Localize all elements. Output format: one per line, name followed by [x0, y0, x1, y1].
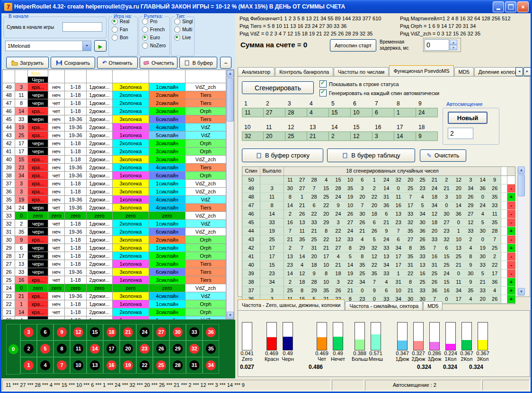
spins-row[interactable]: 39231412981819253533122162524030517-: [242, 270, 515, 278]
board-cell[interactable]: 16: [103, 357, 120, 374]
spins-row[interactable]: 4614226222024263018613333412303627411-: [242, 210, 515, 218]
generated-number-cell[interactable]: 6: [372, 108, 394, 117]
board-cell[interactable]: 26: [153, 341, 169, 357]
table-row[interactable]: 493кра...неч1-181дюжи...3колонка1сиклайн…: [3, 83, 226, 91]
generated-number-cell[interactable]: 12: [351, 131, 372, 141]
table-row[interactable]: 4325кра...неч19-363дюжи...1колонка5сикла…: [3, 131, 226, 140]
board-cell[interactable]: 30: [169, 324, 186, 341]
generate-button[interactable]: Сгенерировать: [242, 81, 314, 94]
new-offset-button[interactable]: Новый: [448, 112, 488, 124]
scroll-down-icon[interactable]: ▼: [518, 288, 525, 296]
board-cell[interactable]: 35: [203, 341, 219, 357]
board-cell[interactable]: 20: [120, 341, 136, 357]
board-cell[interactable]: 25: [153, 357, 169, 374]
spins-row[interactable]: 453316133329327266212332301827012535-: [242, 218, 515, 227]
spins-row[interactable]: 3732582935262109610213336163435334+: [242, 287, 515, 295]
minimize-button[interactable]: [493, 1, 504, 12]
title-bar[interactable]: 7 HelperRoullet 4.32- create helperroull…: [1, 0, 531, 13]
tab-Частота - Zero, шансы, дюжины, колонки[interactable]: Частота - Zero, шансы, дюжины, колонки: [238, 299, 345, 311]
board-cell[interactable]: 2: [20, 341, 37, 357]
tab-scroll-left-icon[interactable]: ◄: [515, 67, 523, 76]
generated-number-cell[interactable]: 4: [307, 108, 329, 117]
table-row[interactable]: 221кра...неч1-181дюжи...1колонка1сиклайн…: [3, 300, 226, 308]
generated-number-cell[interactable]: 20: [264, 131, 285, 141]
maximize-button[interactable]: [505, 1, 516, 12]
table-row[interactable]: 2713черннеч1-182дюжи...1колонка3сиклайнT…: [3, 260, 226, 268]
board-cell[interactable]: 1: [20, 357, 37, 374]
tab-Функционал PsevdoMS[interactable]: Функционал PsevdoMS: [389, 65, 453, 77]
tab-MD5[interactable]: MD5: [423, 301, 443, 311]
generated-number-cell[interactable]: 27: [264, 108, 285, 117]
board-cell[interactable]: 32: [186, 341, 203, 357]
start-sum-input[interactable]: [62, 22, 102, 32]
tab-MD5[interactable]: MD5: [454, 67, 474, 77]
board-cell[interactable]: 19: [120, 357, 136, 374]
table-row[interactable]: 3424чернчет19-362дюжи...3колонка4сиклайн…: [3, 204, 226, 212]
scroll-down-icon[interactable]: ▼: [227, 312, 234, 319]
table-row[interactable]: 4533черннеч19-363дюжи...3колонка6сиклайн…: [3, 115, 226, 123]
table-row[interactable]: 3519кра...неч19-362дюжи...1колонка4сикла…: [3, 196, 226, 204]
board-cell[interactable]: 33: [186, 324, 203, 341]
buffer-row-button[interactable]: В буфер строку: [242, 148, 323, 162]
table-row[interactable]: 373кра...неч1-181дюжи...3колонка1сиклайн…: [3, 180, 226, 188]
radio-nozero[interactable]: NoZero: [142, 42, 169, 49]
spins-row[interactable]: 4325213525221233452462726333210207-: [242, 236, 515, 244]
board-cell[interactable]: 14: [87, 341, 103, 357]
table-row[interactable]: 2516кра...чет1-182дюжи...1колонка3сиклай…: [3, 276, 226, 284]
board-cell[interactable]: 9: [53, 324, 70, 341]
table-row[interactable]: 3135черннеч19-363дюжи...2колонка6сиклайн…: [3, 228, 226, 236]
copy-buffer-button[interactable]: В буфер: [179, 57, 217, 69]
table-row[interactable]: 2817черннеч1-182дюжи...2колонка3сиклайнO…: [3, 252, 226, 260]
table-row[interactable]: 296чернчет1-181дюжи...3колонка1сиклайнOr…: [3, 244, 226, 252]
radio-bon[interactable]: Bon: [112, 34, 137, 41]
generated-number-cell[interactable]: 15: [329, 108, 351, 117]
board-cell[interactable]: 31: [186, 357, 203, 374]
collapse-button[interactable]: –: [220, 57, 231, 69]
table-row[interactable]: 322чернчет1-181дюжи...2колонка1сиклайнVd…: [3, 220, 226, 228]
spins-row[interactable]: 4781421622910720361617534014292433-: [242, 201, 515, 210]
generated-number-cell[interactable]: 28: [285, 108, 307, 117]
spins-row[interactable]: 49330277152835321402523242120343626-: [242, 184, 515, 193]
table-row[interactable]: 204чернчет1-181дюжи...1колонка1сиклайнVd…: [3, 316, 226, 320]
table-row[interactable]: 4419кра...неч19-362дюжи...1колонка4сикла…: [3, 123, 226, 131]
save-button[interactable]: Сохранить: [51, 57, 95, 69]
delay-input[interactable]: [425, 39, 449, 51]
table-row[interactable]: 2633черннеч19-363дюжи...3колонка6сиклайн…: [3, 268, 226, 276]
board-cell[interactable]: 5: [37, 341, 53, 357]
board-cell[interactable]: 17: [103, 341, 120, 357]
clear-generated-button[interactable]: ✎ Очистить: [420, 149, 466, 162]
tab-Анализатор[interactable]: Анализатор: [238, 67, 275, 77]
board-cell[interactable]: 24: [136, 324, 153, 341]
tab-scroll-right-icon[interactable]: ►: [523, 67, 531, 76]
clear-button[interactable]: Очистить: [140, 57, 177, 69]
board-cell[interactable]: 36: [203, 324, 219, 341]
board-cell[interactable]: 8: [53, 341, 70, 357]
board-cell[interactable]: 13: [87, 357, 103, 374]
history-scrollbar[interactable]: ▲ ▼: [226, 70, 234, 319]
chevron-down-icon[interactable]: ▼: [82, 41, 91, 51]
table-row[interactable]: 4614кра...чет1-182дюжи...2колонка3сиклай…: [3, 107, 226, 115]
scroll-up-icon[interactable]: ▲: [227, 70, 234, 78]
generated-number-cell[interactable]: 11: [242, 108, 264, 117]
table-row[interactable]: 2114кра...чет1-182дюжи...2колонка3сиклай…: [3, 308, 226, 316]
generated-number-cell[interactable]: 21: [307, 131, 329, 141]
spins-scrollbar[interactable]: ▲ ▼: [517, 166, 525, 296]
board-cell[interactable]: 7: [53, 357, 70, 374]
strategy-combobox[interactable]: 1Melonati ▼: [5, 41, 91, 51]
radio-french[interactable]: French: [142, 26, 169, 33]
board-cell[interactable]: 28: [169, 357, 186, 374]
table-row[interactable]: 3923кра...неч19-362дюжи...2колонка4сикла…: [3, 164, 226, 172]
spin-up-icon[interactable]: ▲: [450, 40, 457, 45]
autospin-button[interactable]: Автоспин старт: [330, 39, 376, 52]
board-cell[interactable]: 21: [120, 324, 136, 341]
tab-Контроль банкролла[interactable]: Контроль банкролла: [275, 67, 333, 77]
board-cell[interactable]: 4: [37, 357, 53, 374]
board-zero[interactable]: 0: [6, 324, 20, 375]
table-row[interactable]: 309кра...неч1-181дюжи...3колонка2сиклайн…: [3, 236, 226, 244]
board-cell[interactable]: 10: [70, 357, 87, 374]
scroll-up-icon[interactable]: ▲: [518, 166, 525, 174]
generated-number-cell[interactable]: 32: [242, 131, 264, 141]
tab-Частоты по числам[interactable]: Частоты по числам: [334, 67, 389, 77]
scrollbar-thumb[interactable]: [227, 78, 234, 122]
board-cell[interactable]: 34: [203, 357, 219, 374]
